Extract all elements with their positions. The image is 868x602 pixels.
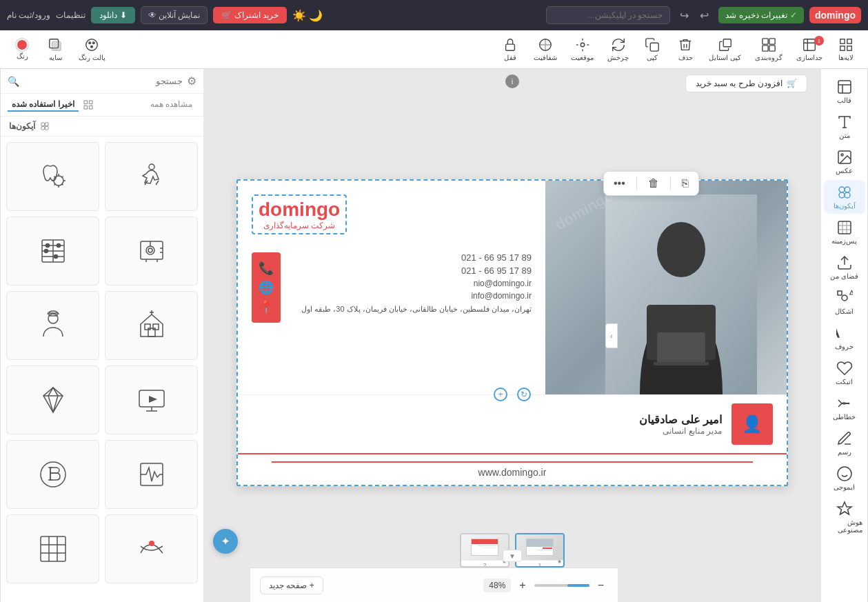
svg-rect-8 [723, 39, 731, 47]
expand-arrow[interactable]: ▼ [503, 550, 522, 562]
icon-cell-tooth-gear[interactable] [6, 142, 99, 211]
svg-point-54 [149, 164, 154, 170]
transparency-tool[interactable]: شفافیت [528, 34, 563, 64]
icon-cell-person-running[interactable] [105, 142, 198, 211]
icon-cell-ecg[interactable] [105, 440, 198, 509]
icon-cell-engineer[interactable] [6, 291, 99, 360]
section-icon [39, 121, 50, 132]
filter-button[interactable]: ⚙ [187, 74, 196, 88]
context-more-button[interactable]: ••• [611, 176, 628, 191]
bc-logo-text: domingo [259, 199, 340, 221]
color-tool[interactable]: رنگ [7, 36, 37, 63]
sidebar-item-draw[interactable]: رسم [824, 426, 865, 460]
icon-grid [6, 142, 198, 583]
sidebar-item-ai[interactable]: هوش مصنوعی [824, 496, 865, 538]
add-to-cart-button[interactable]: 🛒 افزودن طرح به سبد خرید [685, 74, 807, 92]
lock-tool[interactable]: قفل [495, 34, 525, 64]
page-2-number: 2 [461, 562, 508, 568]
zoom-slider-fill [567, 584, 589, 587]
settings-link[interactable]: تنظیمات [56, 10, 85, 20]
rotate-tool[interactable]: چرخش [602, 34, 634, 64]
shadow-tool[interactable]: سایه [40, 34, 70, 64]
page-thumb-1[interactable]: 1 ★ [515, 533, 565, 568]
add-page-button[interactable]: + صفحه جدید [260, 576, 323, 594]
svg-line-89 [53, 396, 58, 412]
svg-rect-16 [506, 44, 515, 50]
add-handle[interactable]: + [494, 388, 507, 401]
redo-button[interactable]: ↪ [676, 6, 693, 25]
sidebar-item-photo[interactable]: عکس [824, 145, 865, 179]
position-tool[interactable]: موقعیت [565, 34, 599, 64]
style-copy-tool[interactable]: کپی استایل [703, 34, 747, 64]
panel-search-input[interactable] [23, 76, 183, 86]
login-link[interactable]: ورود/ثبت نام [7, 10, 50, 20]
page-thumb-2[interactable]: 2 ★ [460, 533, 509, 568]
sidebar-item-template[interactable]: قالب [824, 74, 865, 108]
main-layout: قالب متن عکس آیکون‌ها پس‌زمینه فضای من [0, 69, 868, 602]
copy-tool[interactable]: کپی [637, 34, 667, 64]
buy-subscription-button[interactable]: خرید اشتراک 🛒 [213, 7, 287, 23]
context-delete-button[interactable]: 🗑 [645, 176, 662, 191]
palette-tool[interactable]: پالت رنگ [73, 34, 111, 64]
icon-cell-brand2[interactable] [6, 514, 99, 583]
bc-top: domingo [238, 181, 787, 394]
context-separator [670, 177, 671, 190]
sidebar-item-sticker[interactable]: اتیکت [824, 356, 865, 390]
icon-cell-diamond[interactable] [6, 365, 99, 434]
icon-cell-abacus[interactable] [6, 217, 99, 285]
icon-cell-bitcoin[interactable] [6, 440, 99, 509]
panel-tabs: مشاهده همه اخیرا استفاده شده [1, 94, 203, 117]
itemize-tool[interactable]: 1 جداسازی [791, 34, 828, 64]
svg-rect-32 [838, 221, 851, 234]
bc-tagline: شرکت سرمایه‌گذاری [259, 221, 340, 230]
icon-cell-tv-play[interactable] [105, 365, 198, 434]
location-icon: 📍 [259, 299, 274, 314]
svg-rect-4 [763, 39, 768, 44]
icon-cell-safe-box[interactable] [105, 217, 198, 285]
undo-button[interactable]: ↩ [696, 6, 713, 25]
theme-toggle[interactable]: 🌙 ☀️ [292, 9, 323, 22]
zoom-label[interactable]: 48% [483, 579, 511, 592]
design-card[interactable]: domingo [236, 179, 788, 486]
bc-icons-col: 📞 🌐 📍 [252, 252, 281, 323]
sidebar-item-background[interactable]: پس‌زمینه [824, 215, 865, 249]
svg-point-18 [89, 42, 91, 44]
zoom-out-button[interactable]: − [594, 576, 608, 594]
sidebar-item-letters[interactable]: A حروف [824, 321, 865, 354]
svg-point-31 [845, 192, 850, 198]
delete-tool[interactable]: حذف [670, 34, 700, 64]
svg-rect-46 [84, 101, 88, 104]
tab-all[interactable]: مشاهده همه [146, 98, 196, 112]
save-button[interactable]: ✓ تغییرات ذخیره شد [718, 7, 804, 23]
svg-rect-47 [89, 101, 92, 104]
canvas-area[interactable]: i 🛒 افزودن طرح به سبد خرید ⎘ 🗑 ••• domin… [203, 69, 821, 602]
icon-cell-brand1[interactable] [105, 514, 198, 583]
svg-point-29 [845, 187, 850, 192]
tab-recent[interactable]: اخیرا استفاده شده [8, 98, 79, 112]
panel-collapse-button[interactable]: › [605, 323, 618, 348]
icon-cell-church[interactable] [105, 291, 198, 360]
group-tool[interactable]: گروه‌بندی [749, 34, 788, 64]
bc-address: تهران، میدان فلسطین، خیابان طالقانی، خیا… [287, 303, 532, 315]
preview-button[interactable]: نمایش آنلاین 👁 [141, 6, 208, 24]
svg-point-27 [841, 154, 843, 156]
top-search-input[interactable] [546, 6, 670, 24]
download-button[interactable]: ⬇ دانلود [91, 7, 135, 23]
layers-tool[interactable]: لایه‌ها [831, 34, 861, 64]
ai-button[interactable]: ✦ [213, 529, 238, 554]
sidebar-item-icons[interactable]: آیکون‌ها [824, 180, 865, 214]
sidebar-item-myspace[interactable]: فضای من [824, 250, 865, 284]
zoom-in-button[interactable]: + [515, 576, 529, 594]
sidebar-item-text[interactable]: متن [824, 110, 865, 143]
info-button[interactable]: i [505, 74, 519, 88]
bc-contact-text: 021 - 66 95 17 89 021 - 66 95 17 89 nio@… [287, 252, 532, 323]
sidebar-item-shapes[interactable]: اشکال [824, 285, 865, 319]
context-copy-button[interactable]: ⎘ [679, 176, 692, 191]
svg-rect-35 [838, 291, 842, 295]
sidebar-item-calligraphy[interactable]: خطاطی [824, 391, 865, 425]
zoom-slider[interactable] [534, 584, 589, 587]
bc-phone2: 021 - 66 95 17 89 [287, 265, 532, 276]
svg-rect-2 [840, 46, 845, 50]
rotate-handle[interactable]: ↻ [517, 388, 531, 401]
sidebar-item-emoji[interactable]: ایموجی [824, 461, 865, 495]
